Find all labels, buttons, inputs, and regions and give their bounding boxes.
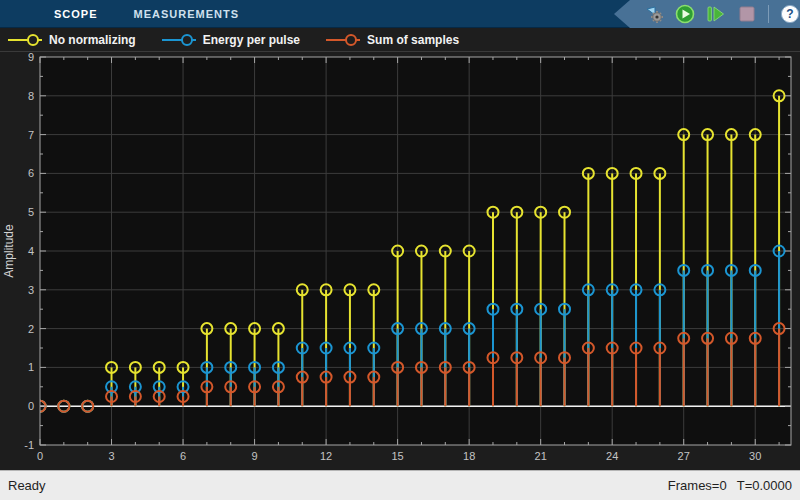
stem-marker-icon	[162, 33, 198, 47]
help-button[interactable]: ?	[780, 4, 800, 24]
legend: No normalizing Energy per pulse Sum of s…	[0, 28, 800, 52]
svg-text:4: 4	[28, 245, 34, 257]
toolstrip: ?	[614, 0, 800, 28]
legend-item-energy-per-pulse[interactable]: Energy per pulse	[162, 33, 300, 47]
tab-measurements[interactable]: MEASUREMENTS	[116, 0, 258, 27]
svg-text:5: 5	[28, 206, 34, 218]
svg-text:?: ?	[786, 7, 793, 21]
tab-bar: SCOPE MEASUREMENTS	[0, 0, 800, 28]
scope-display[interactable]: 036912151821242730-10123456789Amplitude	[0, 52, 800, 470]
svg-text:0: 0	[37, 450, 43, 462]
stop-icon	[739, 6, 755, 22]
svg-text:24: 24	[606, 450, 618, 462]
step-forward-icon	[707, 5, 725, 23]
legend-item-no-normalizing[interactable]: No normalizing	[8, 33, 136, 47]
legend-item-sum-of-samples[interactable]: Sum of samples	[326, 33, 459, 47]
svg-text:2: 2	[28, 323, 34, 335]
tab-scope[interactable]: SCOPE	[36, 0, 116, 27]
stem-chart-svg[interactable]: 036912151821242730-10123456789Amplitude	[0, 52, 800, 470]
settings-button[interactable]	[644, 4, 664, 24]
run-button[interactable]	[675, 4, 695, 24]
svg-text:-1: -1	[24, 439, 34, 451]
svg-text:Amplitude: Amplitude	[2, 224, 16, 278]
svg-text:27: 27	[678, 450, 690, 462]
svg-text:9: 9	[252, 450, 258, 462]
status-message: Ready	[8, 478, 46, 493]
svg-text:12: 12	[320, 450, 332, 462]
stop-button[interactable]	[737, 4, 757, 24]
svg-text:30: 30	[749, 450, 761, 462]
stem-marker-icon	[8, 33, 44, 47]
svg-text:1: 1	[28, 361, 34, 373]
svg-text:6: 6	[180, 450, 186, 462]
step-forward-button[interactable]	[706, 4, 726, 24]
svg-text:9: 9	[28, 52, 34, 63]
time-readout: T=0.0000	[737, 478, 792, 493]
svg-text:7: 7	[28, 129, 34, 141]
frames-counter: Frames=0	[668, 478, 727, 493]
toolbar-separator	[768, 5, 769, 23]
svg-text:0: 0	[28, 400, 34, 412]
svg-text:6: 6	[28, 167, 34, 179]
legend-label: Energy per pulse	[203, 33, 300, 47]
svg-text:21: 21	[535, 450, 547, 462]
settings-icon	[645, 5, 664, 24]
svg-text:8: 8	[28, 90, 34, 102]
stem-marker-icon	[326, 33, 362, 47]
status-bar: Ready Frames=0 T=0.0000	[0, 470, 800, 500]
svg-text:3: 3	[108, 450, 114, 462]
legend-label: Sum of samples	[367, 33, 459, 47]
help-icon: ?	[780, 4, 800, 24]
svg-text:3: 3	[28, 284, 34, 296]
svg-text:15: 15	[391, 450, 403, 462]
run-icon	[675, 4, 695, 24]
legend-label: No normalizing	[49, 33, 136, 47]
svg-text:18: 18	[463, 450, 475, 462]
